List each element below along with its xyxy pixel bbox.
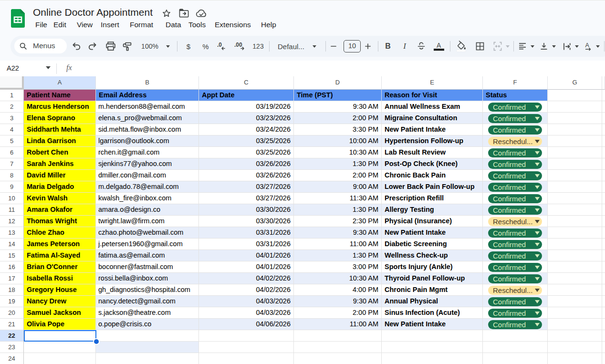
- svg-text:A: A: [585, 42, 590, 49]
- svg-text:A: A: [437, 42, 441, 49]
- svg-text:.0: .0: [217, 42, 222, 48]
- svg-text:.00: .00: [234, 42, 242, 48]
